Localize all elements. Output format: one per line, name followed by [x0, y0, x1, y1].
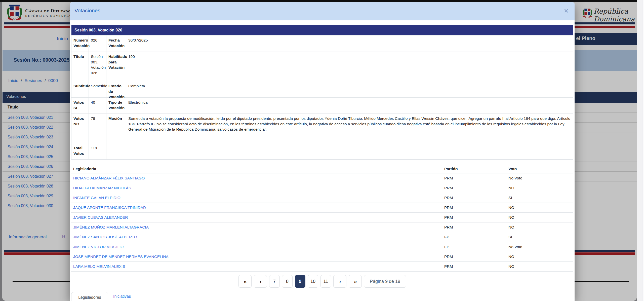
detail-label: Total Votos: [71, 143, 89, 159]
detail-label: Moción: [106, 114, 126, 143]
close-icon[interactable]: ✕: [564, 8, 569, 14]
scrollbar-track[interactable]: [637, 0, 644, 301]
legislator-link[interactable]: JIMÉNEZ MUÑOZ MARLENI ALTAGRACIA: [73, 225, 149, 229]
table-row: JIMÉNEZ VÍCTOR VIRGILIO FP No Voto: [71, 242, 573, 252]
party-cell: PRM: [442, 203, 506, 212]
scrollbar-edge: [642, 0, 644, 301]
column-header-partido: Partido: [442, 164, 506, 173]
table-row: JAQUE APONTE FRANCISCA TRINIDAD PRM NO: [71, 203, 573, 213]
legislator-link[interactable]: INFANTE GALÁN ELPIDIO: [73, 196, 120, 200]
legislator-link[interactable]: LARA MELO MELVIN ALEXIS: [73, 264, 125, 269]
legislator-link[interactable]: JIMÉNEZ VÍCTOR VIRGILIO: [73, 245, 124, 249]
vote-cell: NO: [506, 252, 573, 261]
party-cell: PRM: [442, 213, 506, 222]
legislator-link[interactable]: JOSÉ MÉNDEZ DE MÉNDEZ HERMES EVANGELINA: [73, 254, 169, 259]
modal-title: Votaciones: [74, 8, 100, 14]
party-cell: FP: [442, 232, 506, 242]
pagination-last-icon[interactable]: »: [349, 275, 362, 288]
vote-cell: No Voto: [506, 173, 573, 183]
detail-value: 79: [89, 114, 106, 143]
column-header-legislador: Legislador/a: [71, 164, 442, 173]
vote-cell: NO: [506, 183, 573, 193]
party-cell: PRM: [442, 222, 506, 232]
details-row: Subtitulo Sometido Estado de Votación Co…: [71, 81, 573, 97]
detail-label: Número Votación: [71, 35, 89, 52]
table-row: JOSÉ MÉNDEZ DE MÉNDEZ HERMES EVANGELINA …: [71, 252, 573, 262]
pagination-page-9-active[interactable]: 9: [295, 275, 305, 288]
pagination: « ‹ 7 8 9 10 11 › » Página 9 de 19: [70, 275, 575, 288]
votaciones-modal: Votaciones ✕ Sesión 003, Votación 026 Nú…: [70, 2, 575, 301]
detail-value: 30/07/2025: [126, 35, 573, 52]
detail-value: Sesión 003, Votación 026: [89, 52, 106, 81]
vote-cell: NO: [506, 203, 573, 212]
pagination-page-8[interactable]: 8: [282, 275, 293, 288]
detail-label: Habilitado para Votación: [106, 52, 126, 81]
pagination-page-10[interactable]: 10: [308, 275, 318, 288]
details-row: Título Sesión 003, Votación 026 Habilita…: [71, 52, 573, 81]
table-row: JIMÉNEZ MUÑOZ MARLENI ALTAGRACIA PRM NO: [71, 222, 573, 232]
pagination-prev-icon[interactable]: ‹: [254, 275, 267, 288]
vote-details-table: Sesión 003, Votación 026 Número Votación…: [71, 25, 573, 160]
detail-label: Tipo de Votación: [106, 98, 126, 114]
tab-legisladores[interactable]: Legisladores: [71, 292, 108, 301]
detail-label: Votos SI: [71, 98, 89, 114]
detail-label: Fecha Votación: [106, 35, 126, 52]
column-header-voto: Voto: [506, 164, 573, 173]
vote-cell: NO: [506, 262, 573, 271]
party-cell: FP: [442, 242, 506, 252]
details-row: Votos SI 40 Tipo de Votación Electrónica: [71, 97, 573, 114]
party-cell: PRM: [442, 173, 506, 183]
party-cell: PRM: [442, 193, 506, 203]
table-row: JAVIER CUEVAS ALEXANDER PRM NO: [71, 213, 573, 222]
party-cell: PRM: [442, 252, 506, 261]
legislator-link[interactable]: HICIANO ALMÁNZAR FÉLIX SANTIAGO: [73, 176, 145, 180]
legislators-table: Legislador/a Partido Voto HICIANO ALMÁNZ…: [71, 164, 573, 272]
pagination-page-7[interactable]: 7: [269, 275, 280, 288]
pagination-page-11[interactable]: 11: [320, 275, 331, 288]
vote-details-header: Sesión 003, Votación 026: [71, 25, 573, 35]
detail-value: 119: [89, 143, 106, 159]
legislator-link[interactable]: HIDALGO ALMÁNZAR NICOLÁS: [73, 186, 131, 190]
table-row: INFANTE GALÁN ELPIDIO PRM SI: [71, 193, 573, 203]
details-row: Total Votos 119: [71, 143, 573, 159]
legislator-link[interactable]: JAVIER CUEVAS ALEXANDER: [73, 215, 128, 219]
table-row: HIDALGO ALMÁNZAR NICOLÁS PRM NO: [71, 183, 573, 193]
detail-label: [106, 143, 126, 159]
legislators-header-row: Legislador/a Partido Voto: [71, 164, 573, 173]
pagination-next-icon[interactable]: ›: [333, 275, 346, 288]
vote-cell: SI: [506, 232, 573, 242]
vote-cell: SI: [506, 193, 573, 203]
vote-cell: NO: [506, 213, 573, 222]
pagination-status: Página 9 de 19: [364, 275, 406, 288]
pagination-first-icon[interactable]: «: [238, 275, 252, 288]
vote-cell: No Voto: [506, 242, 573, 252]
detail-label: Votos NO: [71, 114, 89, 143]
detail-value: 190: [126, 52, 573, 81]
detail-value-mocion: Sometida a votación la propuesta de modi…: [126, 114, 573, 143]
legislator-link[interactable]: JAQUE APONTE FRANCISCA TRINIDAD: [73, 205, 146, 210]
table-row: HICIANO ALMÁNZAR FÉLIX SANTIAGO PRM No V…: [71, 173, 573, 183]
party-cell: PRM: [442, 262, 506, 271]
table-row: LARA MELO MELVIN ALEXIS PRM NO: [71, 262, 573, 272]
tab-iniciativas[interactable]: Iniciativas: [113, 294, 131, 299]
details-row: Número Votación 026 Fecha Votación 30/07…: [71, 35, 573, 52]
legislator-link[interactable]: JIMÉNEZ SANTOS JOSÉ ALBERTO: [73, 235, 137, 239]
detail-value: 40: [89, 98, 106, 114]
screen: Cámara de Diputados REPÚBLICA DOMINICANA…: [0, 0, 644, 301]
detail-label: Título: [71, 52, 89, 81]
vote-cell: NO: [506, 222, 573, 232]
detail-value: 026: [89, 35, 106, 52]
detail-value: [126, 143, 573, 159]
table-row: JIMÉNEZ SANTOS JOSÉ ALBERTO FP SI: [71, 232, 573, 242]
modal-header: Votaciones ✕: [70, 2, 575, 20]
detail-value: Electrónica: [126, 98, 573, 114]
party-cell: PRM: [442, 183, 506, 193]
details-row: Votos NO 79 Moción Sometida a votación l…: [71, 114, 573, 143]
